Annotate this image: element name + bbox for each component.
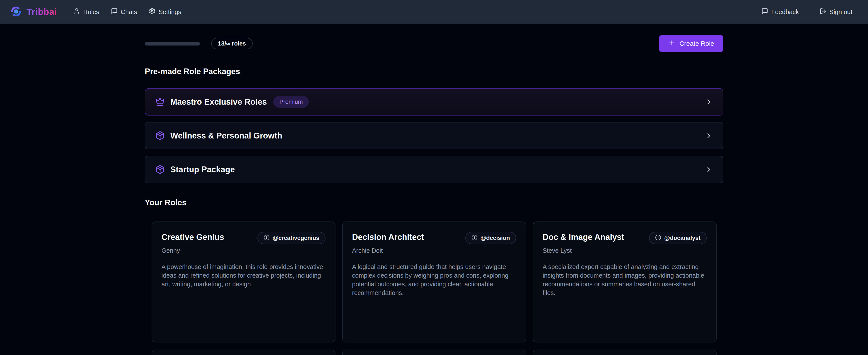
nav-item-label: Chats [121,8,137,16]
package-title: Maestro Exclusive Roles [170,97,267,107]
package-title: Startup Package [170,165,235,174]
feedback-label: Feedback [771,8,799,16]
role-description: A specialized expert capable of analyzin… [543,263,707,297]
card-header: Creative Genius @creativegenius [161,232,326,244]
role-handle-badge[interactable]: @docanalyst [649,232,707,244]
role-description: A powerhouse of imagination, this role p… [161,263,326,289]
sign-out-button[interactable]: Sign out [820,8,852,16]
role-handle-badge[interactable]: @creativegenius [257,232,325,244]
roles-grid-next-row [152,350,717,355]
role-subtitle: Archie Doit [352,247,516,254]
top-nav: Tribbai Roles Chats [0,0,868,24]
role-title: Creative Genius [161,232,224,242]
info-icon [471,235,477,241]
main-content: 13/∞ roles Create Role Pre-made Role Pac… [145,35,723,355]
roles-progress-bar [145,42,200,46]
brand-name: Tribbai [26,7,57,17]
role-subtitle: Genny [161,247,326,254]
role-card-decision-architect[interactable]: Decision Architect @decision Archie Doit… [342,221,526,343]
role-title: Doc & Image Analyst [543,232,624,242]
card-header: Doc & Image Analyst @docanalyst [543,232,707,244]
package-icon [155,165,165,174]
chevron-right-icon [705,166,713,174]
roles-toolbar: 13/∞ roles Create Role [145,35,723,52]
chat-icon [111,8,118,16]
role-handle: @docanalyst [664,235,701,241]
role-card-creative-genius[interactable]: Creative Genius @creativegenius Genny A … [152,221,336,343]
packages-section-title: Pre-made Role Packages [145,67,723,76]
package-row-startup[interactable]: Startup Package [145,156,723,183]
nav-right: Feedback Sign out [762,8,852,16]
role-card[interactable] [152,350,336,355]
feedback-button[interactable]: Feedback [762,8,799,16]
chevron-right-icon [705,131,713,140]
package-list: Maestro Exclusive Roles Premium Wellness… [145,88,723,183]
role-handle-badge[interactable]: @decision [465,232,516,244]
role-card[interactable] [533,350,717,355]
role-handle: @creativegenius [273,235,319,241]
role-card[interactable] [342,350,526,355]
nav-item-label: Settings [158,8,181,16]
role-title: Decision Architect [352,232,424,242]
role-card-doc-image-analyst[interactable]: Doc & Image Analyst @docanalyst Steve Ly… [533,221,717,343]
primary-nav: Roles Chats Settings [73,8,181,16]
chat-icon [762,8,768,16]
card-header: Decision Architect @decision [352,232,516,244]
your-roles-section-title: Your Roles [145,198,723,207]
nav-item-settings[interactable]: Settings [149,8,181,16]
nav-item-chats[interactable]: Chats [111,8,137,16]
package-icon [155,131,165,141]
role-description: A logical and structured guide that help… [352,263,516,297]
package-title: Wellness & Personal Growth [170,131,282,141]
role-handle: @decision [480,235,510,241]
create-role-button[interactable]: Create Role [659,35,723,52]
nav-item-roles[interactable]: Roles [73,8,99,16]
info-icon [655,235,661,241]
sign-out-label: Sign out [830,8,852,16]
logout-icon [820,8,827,16]
roles-grid: Creative Genius @creativegenius Genny A … [152,221,717,343]
nav-item-label: Roles [83,8,99,16]
roles-count-badge: 13/∞ roles [211,38,253,49]
premium-badge: Premium [273,96,309,108]
roles-count-label: 13/∞ roles [218,40,246,47]
create-role-label: Create Role [679,40,714,47]
crown-icon [155,97,165,107]
plus-icon [668,39,676,48]
chevron-right-icon [705,98,713,106]
tribbai-logo-icon [10,6,22,18]
info-icon [264,235,270,241]
package-row-maestro[interactable]: Maestro Exclusive Roles Premium [145,88,723,116]
package-row-wellness[interactable]: Wellness & Personal Growth [145,122,723,149]
brand[interactable]: Tribbai [10,6,57,18]
role-subtitle: Steve Lyst [543,247,707,254]
gear-icon [149,8,155,16]
user-icon [73,8,80,16]
